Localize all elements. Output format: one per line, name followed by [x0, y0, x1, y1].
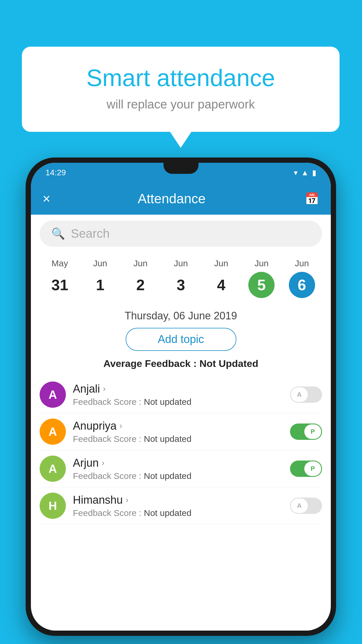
chevron-icon: ›	[102, 458, 104, 468]
date-item[interactable]: Jun2	[124, 258, 157, 298]
student-feedback: Feedback Score : Not updated	[73, 471, 283, 481]
date-day: 1	[87, 272, 113, 298]
close-button[interactable]: ×	[43, 191, 50, 206]
student-info: Arjun ›Feedback Score : Not updated	[73, 457, 283, 481]
calendar-button[interactable]: 📅	[305, 192, 319, 206]
selected-date: Thursday, 06 June 2019	[40, 310, 322, 322]
student-name[interactable]: Arjun ›	[73, 457, 283, 469]
avg-feedback-value: Not Updated	[199, 358, 258, 369]
attendance-toggle[interactable]: P	[290, 424, 322, 440]
toggle-knob: A	[291, 387, 308, 402]
date-day: 5	[248, 272, 275, 298]
date-day: 6	[289, 272, 315, 298]
phone-outer: 14:29 ▾ ▲ ▮ × Attendance 📅 🔍 Search	[26, 158, 336, 636]
chevron-icon: ›	[120, 421, 122, 430]
avatar: H	[40, 493, 66, 519]
student-row: HHimanshu ›Feedback Score : Not updatedA	[40, 487, 322, 524]
date-item[interactable]: Jun6	[286, 258, 318, 298]
date-item[interactable]: May31	[44, 258, 76, 298]
toggle-knob: P	[304, 461, 321, 476]
date-month: Jun	[214, 258, 228, 268]
content-area: Thursday, 06 June 2019 Add topic Average…	[31, 301, 331, 530]
wifi-icon: ▾	[294, 168, 298, 177]
phone-notch	[164, 163, 198, 174]
status-icons: ▾ ▲ ▮	[294, 168, 316, 177]
chevron-icon: ›	[103, 384, 106, 393]
student-name[interactable]: Anjali ›	[73, 383, 283, 395]
avg-feedback-label: Average Feedback :	[103, 358, 197, 369]
date-item[interactable]: Jun4	[205, 258, 237, 298]
attendance-toggle[interactable]: A	[290, 498, 322, 514]
student-info: Anjali ›Feedback Score : Not updated	[73, 383, 283, 407]
student-info: Anupriya ›Feedback Score : Not updated	[73, 420, 283, 444]
student-name[interactable]: Himanshu ›	[73, 494, 283, 506]
student-name[interactable]: Anupriya ›	[73, 420, 283, 432]
date-month: Jun	[93, 258, 107, 268]
bubble-title: Smart attendance	[45, 64, 316, 92]
date-month: Jun	[295, 258, 309, 268]
student-row: AAnupriya ›Feedback Score : Not updatedP	[40, 413, 322, 450]
date-item[interactable]: Jun3	[165, 258, 197, 298]
date-strip: May31Jun1Jun2Jun3Jun4Jun5Jun6	[31, 253, 331, 301]
date-item[interactable]: Jun1	[84, 258, 116, 298]
app-title: Attendance	[50, 191, 293, 206]
attendance-toggle[interactable]: A	[290, 386, 322, 403]
date-month: Jun	[254, 258, 268, 268]
battery-icon: ▮	[312, 168, 316, 177]
student-feedback: Feedback Score : Not updated	[73, 434, 283, 444]
search-placeholder: Search	[71, 227, 110, 241]
signal-icon: ▲	[301, 168, 309, 177]
student-info: Himanshu ›Feedback Score : Not updated	[73, 494, 283, 518]
add-topic-button[interactable]: Add topic	[126, 328, 236, 351]
bubble-subtitle: will replace your paperwork	[45, 97, 316, 111]
attendance-toggle[interactable]: P	[290, 461, 322, 477]
date-month: Jun	[174, 258, 188, 268]
toggle-knob: A	[291, 498, 308, 513]
app-content: 🔍 Search May31Jun1Jun2Jun3Jun4Jun5Jun6 T…	[31, 215, 331, 631]
date-day: 4	[208, 272, 234, 298]
date-day: 31	[47, 272, 73, 298]
avatar: A	[40, 419, 66, 445]
avatar: A	[40, 382, 66, 408]
student-row: AArjun ›Feedback Score : Not updatedP	[40, 450, 322, 487]
student-list: AAnjali ›Feedback Score : Not updatedAAA…	[40, 376, 322, 524]
date-item[interactable]: Jun5	[245, 258, 277, 298]
avatar: A	[40, 456, 66, 482]
search-icon: 🔍	[51, 227, 65, 240]
speech-bubble: Smart attendance will replace your paper…	[22, 47, 340, 132]
date-day: 2	[127, 272, 154, 298]
status-time: 14:29	[45, 168, 66, 177]
date-day: 3	[168, 272, 194, 298]
date-month: May	[52, 258, 68, 268]
date-month: Jun	[133, 258, 147, 268]
phone-inner: 14:29 ▾ ▲ ▮ × Attendance 📅 🔍 Search	[31, 163, 331, 631]
chevron-icon: ›	[126, 495, 128, 505]
app-bar: × Attendance 📅	[31, 183, 331, 215]
student-row: AAnjali ›Feedback Score : Not updatedA	[40, 376, 322, 413]
search-bar[interactable]: 🔍 Search	[40, 220, 322, 247]
student-feedback: Feedback Score : Not updated	[73, 397, 283, 407]
toggle-knob: P	[304, 424, 321, 439]
avg-feedback: Average Feedback : Not Updated	[40, 358, 322, 369]
phone-wrapper: 14:29 ▾ ▲ ▮ × Attendance 📅 🔍 Search	[26, 158, 336, 636]
student-feedback: Feedback Score : Not updated	[73, 508, 283, 518]
